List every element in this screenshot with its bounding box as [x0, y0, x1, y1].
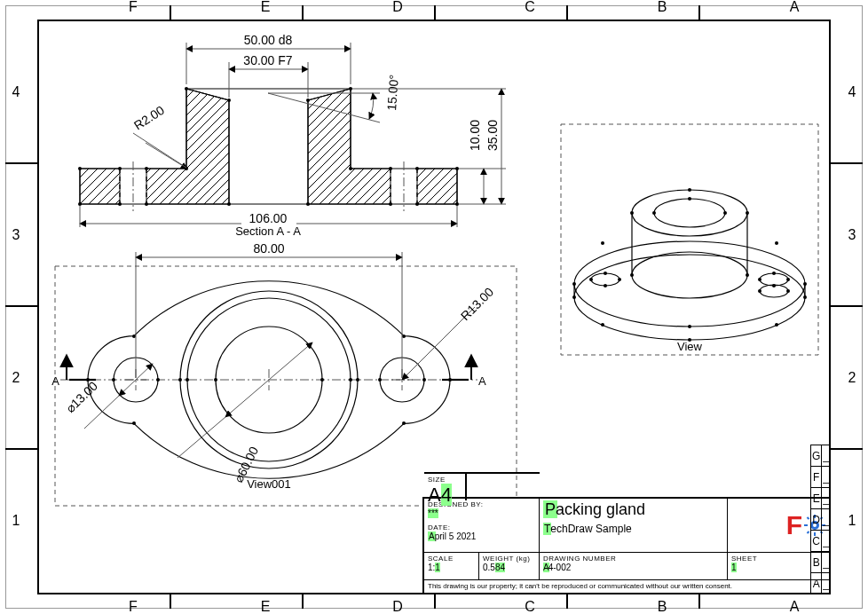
zone-tick [170, 594, 171, 609]
zone-label: 3 [0, 227, 32, 243]
zone-tick [698, 594, 700, 609]
zone-tick [434, 594, 436, 609]
subtitle: echDraw Sample [550, 523, 631, 535]
zone-label: 4 [0, 84, 32, 100]
scale: 1 [435, 563, 440, 572]
drawing-number: 4-002 [548, 563, 572, 572]
zone-label: 2 [836, 370, 868, 386]
zone-tick [170, 5, 171, 20]
zone-label: E [230, 0, 301, 14]
zone-tick [831, 448, 863, 450]
zone-label: 4 [836, 84, 868, 100]
zone-label: B [627, 0, 698, 14]
date: pril 5 2021 [435, 531, 477, 541]
zone-label: 2 [0, 370, 32, 386]
zone-tick [566, 594, 568, 609]
zone-label: F [98, 0, 169, 14]
zone-tick [434, 5, 436, 20]
designed-by: *** [428, 508, 438, 518]
logo-icon: F [786, 510, 802, 540]
zone-tick [831, 162, 863, 164]
zone-label: D [362, 0, 433, 14]
zone-label: C [494, 0, 565, 14]
zone-tick [831, 305, 863, 307]
title-block: DESIGNED BY: *** DATE: April 5 2021 Pack… [422, 497, 831, 594]
zone-tick [5, 162, 37, 164]
title: acking gland [556, 500, 645, 518]
weight-label: WEIGHT (kg) [483, 555, 535, 563]
zone-tick [5, 448, 37, 450]
zone-tick [5, 305, 37, 307]
zone-label: D [362, 600, 433, 614]
zone-tick [302, 594, 304, 609]
date-label: DATE: [428, 523, 535, 531]
zone-label: E [230, 600, 301, 614]
zone-label: F [98, 600, 169, 614]
zone-label: B [627, 600, 698, 614]
scale-label: SCALE [428, 555, 475, 563]
drawing-page: 4 3 2 1 4 3 2 1 F E D C B A F E D C B A [0, 0, 868, 614]
zone-tick [698, 5, 700, 20]
weight: 84 [495, 563, 505, 572]
disclaimer: This drawing is our property; it can't b… [424, 580, 829, 593]
zone-label: 1 [0, 513, 32, 529]
zone-label: 1 [836, 513, 868, 529]
svg-rect-132 [807, 531, 810, 534]
zone-label: 3 [836, 227, 868, 243]
sheet: 1 [731, 563, 737, 572]
zone-label: A [759, 0, 830, 14]
svg-rect-130 [807, 516, 810, 520]
svg-rect-128 [804, 524, 808, 526]
zone-label: A [759, 600, 830, 614]
zone-tick [302, 5, 304, 20]
designed-by-label: DESIGNED BY: [428, 500, 535, 508]
zone-label: C [494, 600, 565, 614]
dn-label: DRAWING NUMBER [543, 555, 723, 563]
zone-tick [566, 5, 568, 20]
